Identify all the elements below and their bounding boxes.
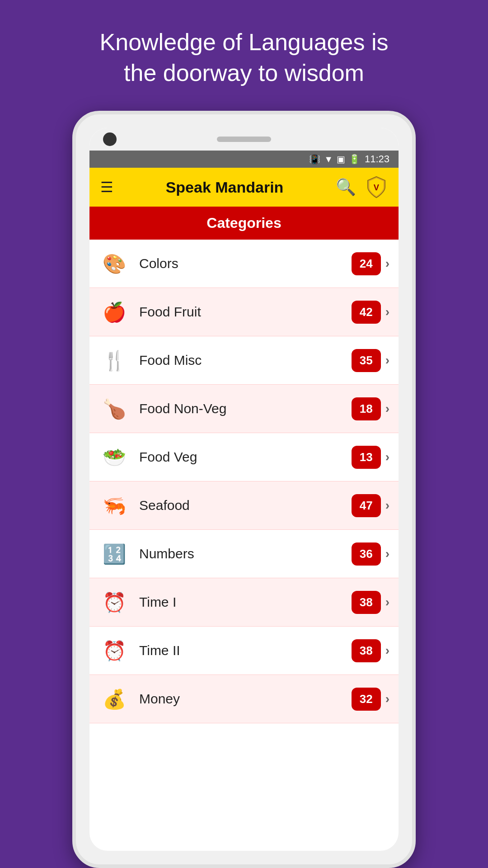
list-item-numbers[interactable]: 🔢 Numbers 36 › [89,530,399,578]
shield-icon: V [365,176,388,198]
item-arrow-colors: › [385,256,389,271]
item-icon-food-misc: 🍴 [99,344,130,376]
list-item-colors[interactable]: 🎨 Colors 24 › [89,240,399,288]
status-icons: 📳 ▼ ▣ 🔋 [309,154,360,165]
item-icon-seafood: 🦐 [99,490,130,521]
item-icon-money: 💰 [99,683,130,715]
item-arrow-food-non-veg: › [385,401,389,416]
header-quote: Knowledge of Languages is the doorway to… [64,0,425,111]
list-item-money[interactable]: 💰 Money 32 › [89,675,399,723]
categories-bar: Categories [89,207,399,240]
list-item-food-fruit[interactable]: 🍎 Food Fruit 42 › [89,288,399,336]
item-arrow-time-ii: › [385,643,389,658]
item-arrow-food-fruit: › [385,305,389,319]
item-name-food-non-veg: Food Non-Veg [139,401,352,416]
camera [103,132,117,146]
item-count-time-i: 38 [352,591,381,614]
item-name-food-fruit: Food Fruit [139,304,352,320]
item-arrow-seafood: › [385,498,389,513]
menu-icon[interactable]: ☰ [100,179,113,196]
item-icon-food-veg: 🥗 [99,441,130,473]
list-item-food-non-veg[interactable]: 🍗 Food Non-Veg 18 › [89,385,399,433]
status-bar: 📳 ▼ ▣ 🔋 11:23 [89,151,399,168]
vibrate-icon: 📳 [309,154,320,165]
item-count-food-non-veg: 18 [352,397,381,420]
item-arrow-money: › [385,692,389,706]
item-count-food-fruit: 42 [352,301,381,324]
item-name-time-i: Time I [139,594,352,610]
item-arrow-food-veg: › [385,450,389,464]
phone-container: 📳 ▼ ▣ 🔋 11:23 ☰ Speak Mandarin 🔍 V Categ… [72,111,416,868]
item-icon-food-fruit: 🍎 [99,296,130,328]
item-name-money: Money [139,691,352,707]
item-count-colors: 24 [352,252,381,275]
item-count-food-misc: 35 [352,349,381,372]
list-item-food-veg[interactable]: 🥗 Food Veg 13 › [89,433,399,481]
item-count-time-ii: 38 [352,639,381,662]
battery-icon: 🔋 [349,154,360,165]
phone-bezel [89,128,399,151]
item-name-seafood: Seafood [139,498,352,513]
item-name-food-misc: Food Misc [139,353,352,368]
list-item-time-ii[interactable]: ⏰ Time II 38 › [89,627,399,675]
item-count-numbers: 36 [352,542,381,566]
categories-list: 🎨 Colors 24 › 🍎 Food Fruit 42 › 🍴 Food M… [89,240,399,723]
item-arrow-time-i: › [385,595,389,609]
item-icon-time-i: ⏰ [99,586,130,618]
item-count-money: 32 [352,688,381,711]
item-arrow-numbers: › [385,547,389,561]
list-item-seafood[interactable]: 🦐 Seafood 47 › [89,481,399,530]
item-icon-colors: 🎨 [99,248,130,279]
status-time: 11:23 [365,153,389,165]
list-item-time-i[interactable]: ⏰ Time I 38 › [89,578,399,627]
item-name-food-veg: Food Veg [139,449,352,465]
speaker [217,137,271,142]
item-arrow-food-misc: › [385,353,389,368]
app-bar: ☰ Speak Mandarin 🔍 V [89,168,399,207]
app-title: Speak Mandarin [122,179,327,196]
svg-text:V: V [374,183,380,192]
categories-title: Categories [206,215,281,231]
item-name-numbers: Numbers [139,546,352,561]
wifi-icon: ▼ [324,154,333,165]
item-icon-time-ii: ⏰ [99,635,130,666]
list-item-food-misc[interactable]: 🍴 Food Misc 35 › [89,336,399,385]
search-icon[interactable]: 🔍 [336,178,356,197]
item-icon-food-non-veg: 🍗 [99,393,130,425]
item-count-seafood: 47 [352,494,381,517]
item-count-food-veg: 13 [352,446,381,469]
signal-icon: ▣ [337,154,345,165]
item-icon-numbers: 🔢 [99,538,130,570]
item-name-colors: Colors [139,256,352,271]
item-name-time-ii: Time II [139,643,352,658]
